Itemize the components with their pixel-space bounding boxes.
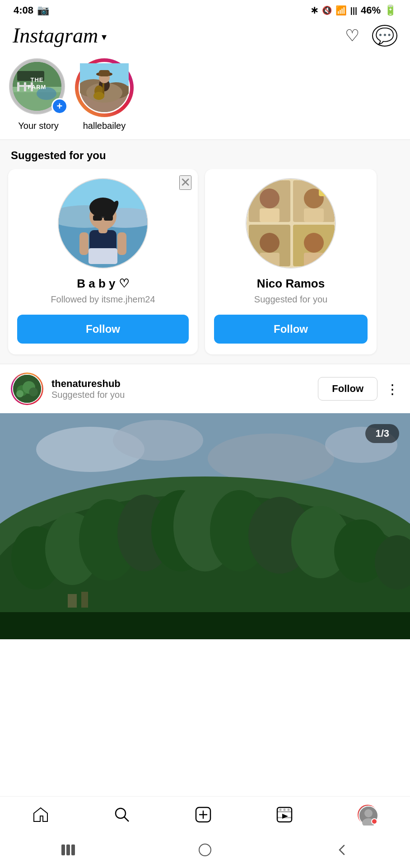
status-bar: 4:08 📷 ∗ 🔇 📶 ||| 46% 🔋 <box>0 0 410 19</box>
logo-text: Instagram <box>13 24 98 47</box>
status-left: 4:08 📷 <box>14 5 49 16</box>
android-home-icon <box>198 843 212 857</box>
baby-avatar-circle <box>58 178 148 269</box>
home-icon <box>33 807 49 823</box>
baby-card-subtitle: Followed by itsme.jhem24 <box>51 294 155 305</box>
svg-rect-34 <box>93 215 102 221</box>
svg-rect-50 <box>319 180 335 196</box>
post-author-actions: Follow ⋮ <box>318 377 399 401</box>
your-story-label: Your story <box>18 121 58 131</box>
nav-search-button[interactable] <box>114 807 130 823</box>
svg-rect-46 <box>260 253 280 266</box>
svg-rect-28 <box>79 232 89 255</box>
signal-icon: ||| <box>350 6 357 15</box>
svg-rect-43 <box>304 208 324 222</box>
svg-point-45 <box>260 233 280 253</box>
hallebailey-label: hallebailey <box>83 121 126 131</box>
baby-svg <box>58 178 148 269</box>
nature-avatar-svg <box>13 375 41 403</box>
svg-rect-36 <box>102 217 104 218</box>
follow-baby-button[interactable]: Follow <box>17 315 189 344</box>
nav-add-button[interactable] <box>195 807 211 823</box>
android-back-button[interactable] <box>335 843 349 857</box>
post-image: 1/3 <box>0 413 410 639</box>
nico-avatar-circle <box>246 178 336 269</box>
svg-point-90 <box>364 809 373 817</box>
suggest-card-baby: ✕ <box>8 169 198 354</box>
close-card-baby-button[interactable]: ✕ <box>179 175 191 190</box>
svg-rect-74 <box>0 612 410 639</box>
nico-card-name: Nico Ramos <box>257 277 325 291</box>
android-home-button[interactable] <box>198 843 212 857</box>
hallebailey-ring-inner <box>79 62 130 113</box>
svg-point-59 <box>208 434 334 483</box>
notifications-icon[interactable]: ♡ <box>345 26 359 45</box>
svg-point-86 <box>284 809 286 811</box>
svg-point-55 <box>16 390 23 397</box>
video-camera-icon: 📷 <box>37 5 49 16</box>
nav-profile-button[interactable] <box>358 805 377 825</box>
svg-point-77 <box>116 808 126 818</box>
svg-point-85 <box>280 809 282 811</box>
bottom-navigation <box>0 796 410 832</box>
back-icon <box>335 843 349 857</box>
add-icon <box>195 807 211 823</box>
search-icon <box>114 807 130 823</box>
menu-icon <box>61 844 75 855</box>
post-more-options-button[interactable]: ⋮ <box>386 381 399 397</box>
nav-home-button[interactable] <box>33 807 49 823</box>
hallebailey-svg <box>80 63 129 112</box>
post-author-row: thenatureshub Suggested for you Follow ⋮ <box>0 364 410 413</box>
logo[interactable]: Instagram ▾ <box>13 24 107 47</box>
svg-point-58 <box>113 420 203 461</box>
svg-point-54 <box>29 387 38 396</box>
add-story-badge[interactable]: + <box>51 98 68 114</box>
svg-rect-40 <box>260 208 280 222</box>
svg-rect-75 <box>68 594 77 608</box>
wifi-icon: 📶 <box>335 5 347 16</box>
farm-text: THE FARM <box>25 76 49 90</box>
bluetooth-icon: ∗ <box>310 5 318 16</box>
story-item-hallebailey[interactable]: hallebailey <box>75 58 134 131</box>
logo-dropdown-chevron[interactable]: ▾ <box>102 31 107 43</box>
post-landscape-svg <box>0 413 410 639</box>
nature-avatar-ring[interactable] <box>11 373 43 405</box>
svg-line-78 <box>124 817 129 821</box>
android-menu-button[interactable] <box>61 844 75 855</box>
nature-avatar-photo <box>13 375 41 403</box>
baby-card-name: B a b y ♡ <box>77 277 129 291</box>
profile-notification-dot <box>371 818 377 825</box>
post-counter-badge: 1/3 <box>365 424 399 443</box>
story-item-your-story[interactable]: THE FARM + Your story <box>9 58 68 131</box>
svg-point-87 <box>288 809 290 811</box>
battery-icon: 🔋 <box>384 5 396 16</box>
svg-rect-29 <box>117 232 126 255</box>
svg-rect-17 <box>99 70 110 76</box>
follow-nico-button[interactable]: Follow <box>214 315 368 344</box>
your-story-avatar-wrap: THE FARM + <box>9 58 68 117</box>
svg-rect-35 <box>104 215 113 221</box>
nico-avatar-photo <box>247 178 335 269</box>
post-author-info: thenatureshub Suggested for you <box>51 378 310 400</box>
suggested-header: Suggested for you <box>0 140 410 169</box>
mute-icon: 🔇 <box>322 5 332 15</box>
svg-rect-92 <box>61 844 65 855</box>
svg-rect-94 <box>71 844 75 855</box>
svg-rect-27 <box>89 248 117 264</box>
svg-rect-49 <box>304 253 324 266</box>
hallebailey-story-ring <box>75 58 134 117</box>
hallebailey-avatar <box>80 63 129 112</box>
follow-post-author-button[interactable]: Follow <box>318 377 377 401</box>
post-author-name: thenatureshub <box>51 378 310 390</box>
suggest-card-nico: Nico Ramos Suggested for you Follow <box>205 169 377 354</box>
reels-icon <box>276 807 293 823</box>
android-navigation <box>0 832 410 868</box>
messages-icon[interactable]: 💬 <box>372 25 397 47</box>
baby-avatar-photo <box>58 178 148 269</box>
nav-reels-button[interactable] <box>276 807 293 823</box>
suggested-cards-row: ✕ <box>0 169 410 363</box>
suggested-title: Suggested for you <box>11 149 106 161</box>
svg-point-39 <box>260 189 280 208</box>
app-header: Instagram ▾ ♡ 💬 <box>0 19 410 54</box>
svg-point-20 <box>93 92 104 100</box>
